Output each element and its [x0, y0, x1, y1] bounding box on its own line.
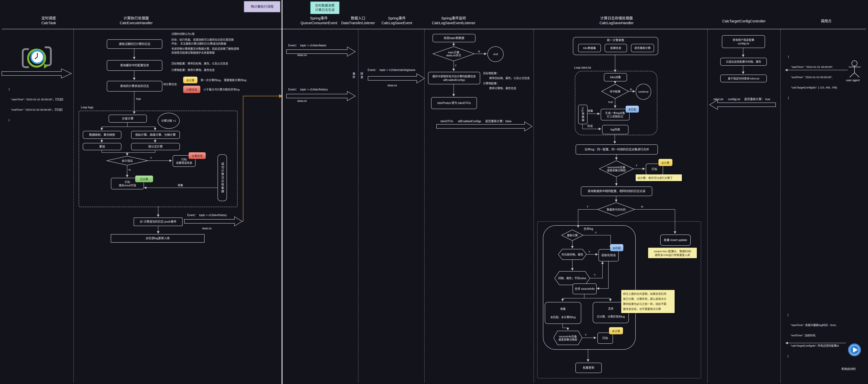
json-line: { — [787, 313, 839, 317]
unique-key-line2: 避免多JVM运行导致重复入库 — [650, 253, 695, 257]
mark-bottom-label: 打标 — [602, 336, 608, 340]
validate-topic-box: 校验topic和数据 — [433, 34, 475, 42]
mark-error-line1: 打标 — [181, 157, 187, 161]
query-cache-box: 查询缓存中的配置信息 — [107, 60, 162, 71]
cache-configs-box: 缓存中获取所有开启计算的配置信息 allEnabledConfigs — [428, 72, 480, 84]
event-save-arrow — [368, 73, 425, 83]
lane-config-controller: CalcTargetConfigController — [717, 19, 771, 24]
forward-label-2: 转发 — [359, 72, 364, 83]
lane-save-event: Spring事件 CalcLogSaveEvent — [374, 16, 420, 25]
topic-valid-line2: dataList非空 — [446, 54, 461, 57]
exec-error-no: N — [129, 168, 131, 171]
lane-listener-title: Spring事件监听 — [425, 16, 483, 21]
task-request-json: { "startTime": "2024-01-01 00:00:00"，【可选… — [9, 81, 65, 128]
query-user-config-line2: configList — [738, 42, 749, 45]
unique-key-line1: unique key (配置id， 数据时间) — [650, 249, 695, 253]
uncalc-sticky-note: 未计算：表示可以进行计算了 — [636, 174, 682, 181]
db-exist-diamond-label: 数据库中存在的 — [598, 203, 635, 216]
formula-label: 按公式计算 — [148, 145, 163, 149]
user-agent-icon — [848, 61, 861, 77]
filter-config-box: 过滤出这些配置中的物、属性 — [720, 58, 767, 66]
query-db-box: 查询数据库中相同配置、相同时刻的日志记录 — [581, 186, 652, 196]
json-line: "startTime": "2024-01-01 00:00:00", — [788, 65, 837, 68]
db-exist-no: N — [641, 205, 643, 208]
batch-update-box: 批量更新 — [576, 363, 602, 373]
listener-out-label: tskvDTOs allEnabledConfigs 是否重新计算：false — [440, 119, 512, 123]
json-line: "endTime": 当前时间, — [787, 334, 839, 337]
calc-count-label: 计算次数 +1 — [161, 119, 176, 122]
sourceinfo2-line1: sourceInfo完备 — [559, 335, 577, 338]
listener-note-1: 目标物配置： — [483, 71, 499, 75]
mark-result-line2: 填充result字段 — [119, 184, 136, 187]
dispatch-box: 分发计算 — [108, 115, 147, 123]
db-exist-yes: Y — [587, 205, 588, 208]
merge-log-row-box: 合并log：同一配置、同一时刻的日志对象进行合并 — [576, 144, 658, 154]
param-config-label: 配置信息 — [611, 46, 621, 50]
push-event-label: 对 计算成功的日志 push事件 — [140, 220, 177, 224]
event-save-datalist: dataList — [388, 84, 397, 87]
query-tskv-label: 基于指定时间查询 tskvList — [728, 77, 759, 80]
orange-event-connector — [236, 96, 282, 221]
same-attr-text: 同物、属性；不同value — [558, 276, 586, 279]
merge-sourceinfo-box: 合并 sourceInfo — [572, 284, 597, 294]
calc-error-note: 小于最大可计算次数的异常log — [204, 87, 240, 91]
discard-logs-desc: 已计算、计算异常的log — [597, 315, 625, 319]
event-latest-arrow — [286, 47, 355, 56]
param-config-box: 配置信息 — [604, 44, 627, 52]
update-all-label: 对全部log更新入库 — [146, 236, 169, 240]
json-line: "startTime": "2024-01-01 00:00:00"，【可选】 — [9, 98, 65, 101]
batch-insert-box: 批量 insert update — [660, 235, 691, 246]
controller-return-label: tskvList configList 是否重新计算： true — [714, 97, 770, 101]
topic-valid-line1: topic正确 — [448, 51, 459, 54]
param-recalc-box: 是否重新计算 — [631, 44, 654, 52]
expire-note-2: 好处：执行性能、资源消耗可以维持在比较乐观范围 — [172, 37, 234, 41]
recalc-text: 重新计算 — [567, 234, 578, 237]
sourceinfo-line2: 或者是聚合映射 — [607, 169, 626, 172]
generate-log-line1: 生成一条log对象 — [605, 111, 625, 115]
new-attr-text: 存在新的物、属性 — [561, 253, 583, 256]
user-agent-label: user agent — [846, 79, 860, 82]
calc-config-note: 计算物配置：携带计算物、属性信息 — [172, 68, 215, 72]
sourceinfo2-label: sourceInfo完备 或者是聚合映射 — [554, 331, 582, 345]
clean-expired-label: 清除过期的已计算的日志 — [119, 42, 150, 46]
end-label: end — [493, 53, 498, 56]
query-cache-label: 查询缓存中的配置信息 — [120, 63, 149, 67]
lane-calc-task: 定时调度 CalcTask — [31, 16, 67, 25]
lane-handler-sub: CalcLogSaveHandler — [588, 21, 645, 25]
event-latest-label: Event： topic = v1/tskv/latest — [288, 43, 326, 47]
json-line: } — [788, 96, 837, 99]
event-history-arrow — [286, 91, 355, 101]
accumulate-box: 累加 — [83, 143, 121, 150]
expire-note-4: 考虑到物计算侧重实时数据计算，因此还是做了删除逻辑 — [172, 47, 239, 50]
same-attr-yes: Y — [594, 273, 596, 276]
lane-listener: Spring事件监听 CalcLogSaveEventListener — [425, 16, 483, 25]
hit-config-true: true — [608, 100, 613, 104]
json-line: { — [9, 87, 65, 91]
query-user-config-line1: 查询用户指定配置 — [733, 38, 754, 42]
lane-caller: 调用方 — [808, 19, 844, 24]
lane-calc-task-sub: CalcTask — [31, 21, 67, 25]
sourceinfo-diamond-label: sourceInfo完备 或者是聚合映射 — [599, 161, 633, 177]
unique-key-sticky: unique key (配置id， 数据时间) 避免多JVM运行导致重复入库 — [648, 248, 697, 258]
success-log-collector-label: 成功计算日志收集器 — [220, 162, 224, 193]
badge-calculated: 已计算 — [135, 176, 153, 182]
event-history-label: Event： topic = v1/tskv/history — [288, 87, 328, 91]
json-line: "endTime": "2024-01-02 00:00:00", — [788, 76, 837, 79]
collect-logs-desc: 未匹配、未计算的log — [550, 316, 576, 319]
target-config-note: 目标物配置：携带目标物、属性，以及公式信息 — [172, 61, 228, 65]
lane-calc-task-title: 定时调度 — [31, 16, 67, 21]
clean-expired-box: 清除过期的已计算的日志 — [107, 39, 162, 49]
tskv-object-box: tskv对象 — [604, 73, 627, 82]
uncalculated-note: 第一次计算的log， 需要重新计算的log — [200, 78, 246, 82]
json-line: "calcTargetConfigIds": [ 123, 456, 789] — [788, 86, 837, 89]
expire-note-3: 坏处： 无法重新计算过期的已计算成功的数据 — [172, 41, 226, 45]
sourceinfo2-line2: 或者是聚合映射 — [558, 338, 577, 341]
json-line: } — [9, 118, 65, 122]
diagram-canvas: 物计算执行流程 实时数据消费 计算日志生成 定时调度 CalcTask 计算执行… — [0, 0, 868, 384]
event-latest-datalist: dataList — [297, 54, 307, 57]
json-line: "endTime": "2024-01-02 00:00:00"，【可选】 — [9, 108, 65, 111]
badge-unmatched-merge: 未匹配 — [610, 244, 623, 251]
merge-logic-line2: 是已计算、计算异常，那么其再次计 — [623, 296, 673, 301]
push-event-arrow — [184, 217, 242, 226]
collect-logs-box: 收集 未匹配、未计算的log — [545, 302, 581, 324]
